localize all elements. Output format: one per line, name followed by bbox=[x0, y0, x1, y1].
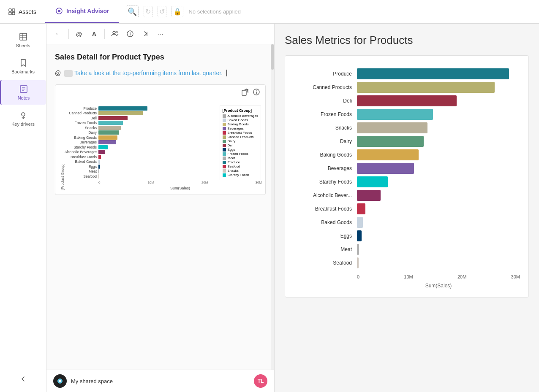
legend-item: Starchy Foods bbox=[223, 173, 258, 177]
legend-item: Deli bbox=[223, 143, 258, 147]
toolbar-divider-2 bbox=[104, 29, 105, 39]
back-button[interactable]: ← bbox=[52, 27, 65, 41]
legend-item-label: Dairy bbox=[228, 139, 236, 143]
svg-point-24 bbox=[256, 91, 257, 92]
legend-item-label: Beverages bbox=[228, 127, 244, 130]
collapse-button[interactable] bbox=[0, 370, 46, 388]
legend-item-label: Baked Goods bbox=[228, 118, 248, 122]
mini-y-axis-label: [Product Group] bbox=[59, 105, 65, 190]
sidebar-item-key-drivers[interactable]: Key drivers bbox=[0, 106, 46, 131]
chart-share-button[interactable] bbox=[242, 88, 249, 97]
lock-icon[interactable]: 🔒 bbox=[172, 6, 183, 17]
svg-point-16 bbox=[116, 31, 117, 33]
font-button[interactable]: A bbox=[87, 27, 101, 41]
big-bar-label: Produce bbox=[294, 71, 357, 77]
big-bar bbox=[357, 136, 424, 147]
key-drivers-label: Key drivers bbox=[11, 122, 35, 127]
svg-point-14 bbox=[22, 113, 25, 116]
shared-space: My shared space bbox=[53, 374, 113, 388]
scrollbar-track[interactable] bbox=[271, 44, 274, 370]
users-icon bbox=[111, 30, 119, 38]
legend-item: Seafood bbox=[223, 165, 258, 168]
big-bar-label: Breakfast Foods bbox=[294, 206, 357, 212]
forward-button[interactable] bbox=[139, 27, 152, 41]
legend-item: Dairy bbox=[223, 139, 258, 143]
sidebar: Sheets Bookmarks Notes Key drivers bbox=[0, 24, 46, 392]
big-bar-row: Starchy Foods bbox=[294, 176, 520, 187]
big-bar-area: ProduceCanned ProductsDeliFrozen FoodsSn… bbox=[294, 68, 520, 268]
big-bar-label: Beverages bbox=[294, 165, 357, 171]
undo-icon[interactable]: ↻ bbox=[144, 6, 152, 17]
users-button[interactable] bbox=[108, 27, 122, 41]
legend-item-label: Snacks bbox=[228, 169, 239, 173]
mention-at: @ bbox=[55, 70, 61, 76]
user-avatar[interactable]: TL bbox=[254, 374, 267, 388]
cursor bbox=[225, 70, 227, 76]
legend-item-label: Baking Goods bbox=[228, 122, 249, 126]
legend-item-label: Frozen Foods bbox=[228, 152, 248, 156]
grid-icon bbox=[8, 8, 15, 15]
legend-item-label: Starchy Foods bbox=[228, 173, 250, 177]
legend-dot bbox=[223, 127, 226, 130]
legend-item-label: Alcoholic Beverages bbox=[228, 114, 258, 118]
big-x-axis-label: Sum(Sales) bbox=[294, 283, 520, 289]
mini-bar bbox=[98, 121, 123, 125]
big-bar-label: Baked Goods bbox=[294, 219, 357, 225]
legend-item-label: Deli bbox=[228, 143, 234, 147]
mini-bar bbox=[98, 160, 100, 164]
note-toolbar: ← @ A bbox=[46, 24, 274, 44]
legend-dot bbox=[223, 114, 226, 118]
legend-item-label: Seafood bbox=[228, 165, 240, 168]
sidebar-item-notes[interactable]: Notes bbox=[0, 80, 46, 105]
scrollbar-thumb[interactable] bbox=[271, 44, 274, 70]
mention-button[interactable]: @ bbox=[72, 27, 86, 41]
info-button[interactable] bbox=[123, 27, 137, 41]
big-bar-row: Seafood bbox=[294, 257, 520, 268]
big-bar-row: Alcoholic Bever... bbox=[294, 190, 520, 201]
more-button[interactable]: ··· bbox=[154, 27, 167, 41]
big-bar-row: Deli bbox=[294, 95, 520, 106]
legend-items: Alcoholic BeveragesBaked GoodsBaking Goo… bbox=[223, 114, 258, 177]
big-bar-label: Meat bbox=[294, 246, 357, 252]
main-layout: Sheets Bookmarks Notes Key drivers bbox=[0, 24, 539, 392]
mini-bar bbox=[98, 106, 147, 111]
redo-icon[interactable]: ↺ bbox=[158, 6, 166, 17]
tab-insight-advisor[interactable]: Insight Advisor bbox=[45, 0, 119, 23]
mini-bar bbox=[98, 155, 101, 159]
embedded-chart-card: [Product Group] ProduceCanned ProductsDe… bbox=[55, 84, 266, 195]
legend-item: Produce bbox=[223, 160, 258, 164]
sheets-icon bbox=[19, 32, 28, 41]
mini-bar-label: Canned Products bbox=[65, 111, 98, 115]
mini-bar-label: Produce bbox=[65, 106, 98, 111]
svg-rect-3 bbox=[12, 12, 15, 15]
mini-bar bbox=[98, 145, 108, 149]
legend-dot bbox=[223, 135, 226, 139]
big-bar-label: Eggs bbox=[294, 233, 357, 239]
mini-legend: [Product Group] Alcoholic BeveragesBaked… bbox=[220, 105, 261, 180]
big-bar bbox=[357, 230, 362, 241]
search-icon[interactable]: 🔍 bbox=[126, 5, 139, 18]
right-panel-title: Sales Metrics for Products bbox=[285, 34, 529, 47]
big-bar bbox=[357, 203, 365, 214]
chart-info-button[interactable] bbox=[253, 88, 260, 97]
sidebar-item-bookmarks[interactable]: Bookmarks bbox=[0, 54, 46, 78]
tab-assets[interactable]: Assets bbox=[0, 0, 45, 23]
legend-item: Eggs bbox=[223, 148, 258, 151]
legend-item-label: Produce bbox=[228, 160, 240, 164]
right-panel: Sales Metrics for Products ProduceCanned… bbox=[275, 24, 539, 392]
legend-item: Snacks bbox=[223, 169, 258, 173]
legend-dot bbox=[223, 152, 226, 156]
legend-dot bbox=[223, 169, 226, 173]
legend-dot bbox=[223, 148, 226, 151]
svg-point-19 bbox=[130, 32, 131, 33]
insight-advisor-label: Insight Advisor bbox=[66, 8, 109, 14]
legend-item: Baked Goods bbox=[223, 118, 258, 122]
svg-point-15 bbox=[113, 31, 115, 34]
bookmarks-label: Bookmarks bbox=[11, 69, 35, 74]
big-bar-label: Canned Products bbox=[294, 84, 357, 90]
note-title: Sales Detail for Product Types bbox=[55, 53, 266, 62]
legend-dot bbox=[223, 131, 226, 135]
sidebar-item-sheets[interactable]: Sheets bbox=[0, 28, 46, 52]
big-bar bbox=[357, 217, 363, 228]
legend-item-label: Eggs bbox=[228, 148, 235, 151]
